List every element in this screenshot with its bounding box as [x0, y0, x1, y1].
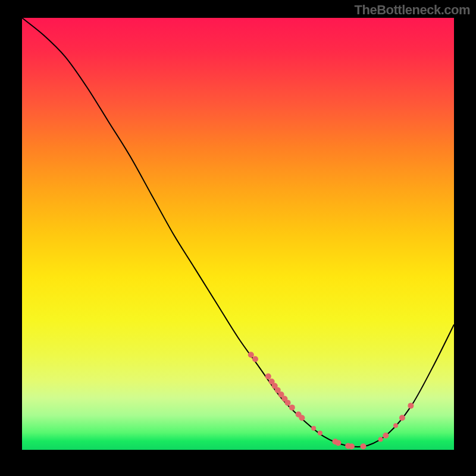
data-marker: [318, 431, 322, 436]
watermark: TheBottleneck.com: [355, 2, 470, 18]
data-marker: [383, 433, 389, 439]
data-marker: [285, 400, 291, 406]
data-marker: [393, 423, 398, 428]
markers-group: [248, 352, 414, 449]
data-marker: [265, 374, 271, 380]
data-marker: [399, 415, 405, 421]
data-marker: [248, 352, 254, 358]
data-marker: [299, 415, 305, 421]
data-marker: [252, 356, 258, 362]
chart-plot-area: [22, 18, 454, 450]
data-marker: [361, 443, 367, 449]
chart-svg: [22, 18, 454, 450]
data-marker: [289, 405, 295, 411]
data-marker: [408, 403, 414, 409]
data-marker: [335, 440, 341, 446]
data-marker: [378, 437, 383, 442]
data-marker: [311, 426, 316, 431]
bottleneck-curve: [22, 18, 454, 447]
data-marker: [349, 443, 355, 449]
